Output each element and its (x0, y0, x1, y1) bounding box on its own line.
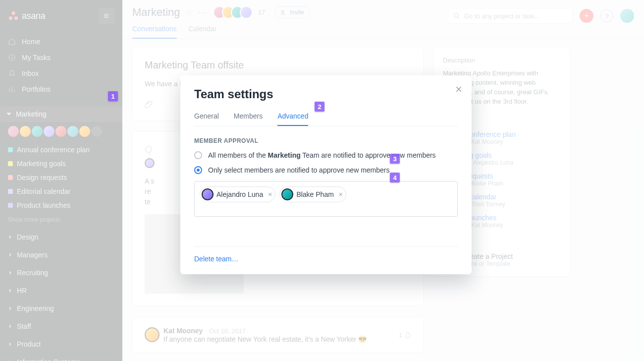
tab-advanced[interactable]: Advanced (277, 107, 308, 126)
user-chip: Alejandro Luna × (200, 186, 275, 202)
tab-members[interactable]: Members (234, 107, 263, 126)
radio-icon (194, 151, 202, 159)
close-button[interactable] (455, 84, 463, 96)
radio-label-post: Team are notified to approve new members (301, 151, 436, 159)
user-chip-name: Alejandro Luna (216, 190, 263, 198)
delete-team-link[interactable]: Delete team… (194, 246, 458, 263)
close-icon (455, 85, 463, 93)
step-badge-3: 3 (390, 154, 400, 164)
remove-chip-button[interactable]: × (267, 190, 272, 198)
radio-label-team: Marketing (268, 151, 301, 159)
avatar (281, 188, 293, 200)
team-settings-modal: Team settings General Members Advanced M… (180, 75, 472, 274)
radio-checked-icon (194, 166, 202, 174)
user-chip: Blake Pham × (279, 186, 346, 202)
radio-label-pre: All members of the (208, 151, 268, 159)
radio-all-members[interactable]: All members of the Marketing Team are no… (194, 151, 458, 159)
step-badge-1: 1 (108, 91, 118, 101)
modal-title: Team settings (194, 87, 458, 101)
user-chip-name: Blake Pham (296, 190, 333, 198)
radio-select-members[interactable]: Only select members are notified to appr… (194, 166, 458, 174)
section-member-approval: MEMBER APPROVAL (194, 137, 458, 144)
tab-general[interactable]: General (194, 107, 219, 126)
step-badge-4: 4 (390, 173, 400, 182)
remove-chip-button[interactable]: × (338, 190, 343, 198)
radio-label: Only select members are notified to appr… (208, 166, 390, 174)
modal-tabs: General Members Advanced (194, 107, 458, 126)
approvers-input[interactable]: Alejandro Luna × Blake Pham × (194, 181, 458, 217)
avatar (202, 188, 214, 200)
step-badge-2: 2 (315, 102, 324, 112)
